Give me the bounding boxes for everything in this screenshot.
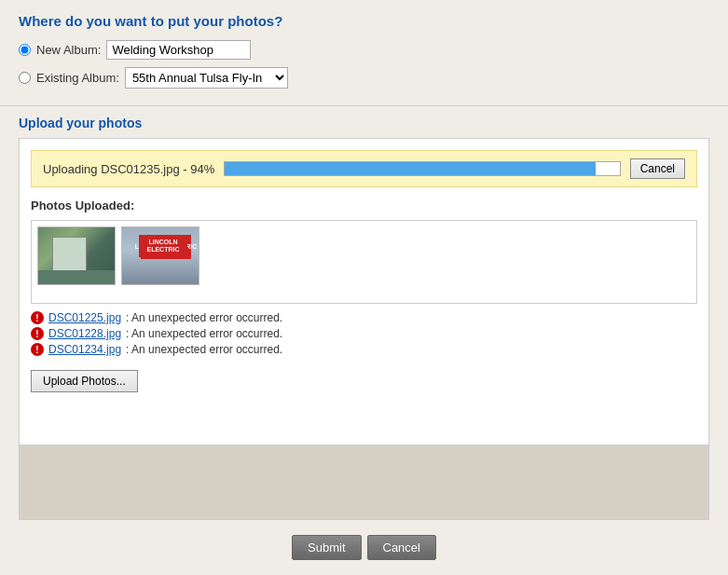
page-wrapper: Where do you want to put your photos? Ne… <box>0 0 728 575</box>
upload-content: Uploading DSC01235.jpg - 94% Cancel Phot… <box>19 138 709 445</box>
new-album-label: New Album: <box>36 43 101 57</box>
new-album-input[interactable] <box>106 40 251 60</box>
progress-bar-container: Uploading DSC01235.jpg - 94% Cancel <box>31 150 697 187</box>
photos-uploaded-label: Photos Uploaded: <box>31 199 697 212</box>
error-filename-3[interactable]: DSC01234.jpg <box>48 343 121 356</box>
thumbnail-1 <box>37 226 116 285</box>
progress-label: Uploading DSC01235.jpg - 94% <box>43 162 214 176</box>
progress-bar-wrapper <box>224 161 620 176</box>
error-filename-2[interactable]: DSC01228.jpg <box>48 327 121 340</box>
new-album-row: New Album: <box>19 40 709 60</box>
thumbnails-area: LINCOLNELECTRIC <box>31 220 697 304</box>
upload-photos-button[interactable]: Upload Photos... <box>31 370 138 392</box>
error-icon-1: ! <box>31 311 44 324</box>
error-message-3: : An unexpected error occurred. <box>126 343 282 356</box>
error-filename-1[interactable]: DSC01225.jpg <box>48 311 121 324</box>
page-question: Where do you want to put your photos? <box>19 13 709 29</box>
new-album-radio[interactable] <box>19 44 31 56</box>
upload-section-title: Upload your photos <box>0 106 728 138</box>
error-item-1: ! DSC01225.jpg : An unexpected error occ… <box>31 311 697 324</box>
error-icon-3: ! <box>31 343 44 356</box>
thumbnail-2: LINCOLNELECTRIC <box>121 226 199 285</box>
error-message-1: : An unexpected error occurred. <box>126 311 282 324</box>
submit-button[interactable]: Submit <box>292 535 361 560</box>
top-section: Where do you want to put your photos? Ne… <box>0 0 728 106</box>
existing-album-label: Existing Album: <box>36 71 119 85</box>
gray-area <box>19 445 709 520</box>
error-icon-2: ! <box>31 327 44 340</box>
progress-bar-fill <box>225 162 596 175</box>
existing-album-row: Existing Album: 55th Annual Tulsa Fly-In <box>19 67 709 89</box>
lincoln-electric-sign: LINCOLNELECTRIC <box>139 235 187 257</box>
error-item-3: ! DSC01234.jpg : An unexpected error occ… <box>31 343 697 356</box>
error-message-2: : An unexpected error occurred. <box>126 327 282 340</box>
cancel-button[interactable]: Cancel <box>367 535 436 560</box>
error-item-2: ! DSC01228.jpg : An unexpected error occ… <box>31 327 697 340</box>
progress-cancel-button[interactable]: Cancel <box>630 158 685 179</box>
existing-album-radio[interactable] <box>19 72 31 84</box>
error-list: ! DSC01225.jpg : An unexpected error occ… <box>31 311 697 356</box>
existing-album-select[interactable]: 55th Annual Tulsa Fly-In <box>125 67 288 89</box>
bottom-bar: Submit Cancel <box>0 520 728 575</box>
